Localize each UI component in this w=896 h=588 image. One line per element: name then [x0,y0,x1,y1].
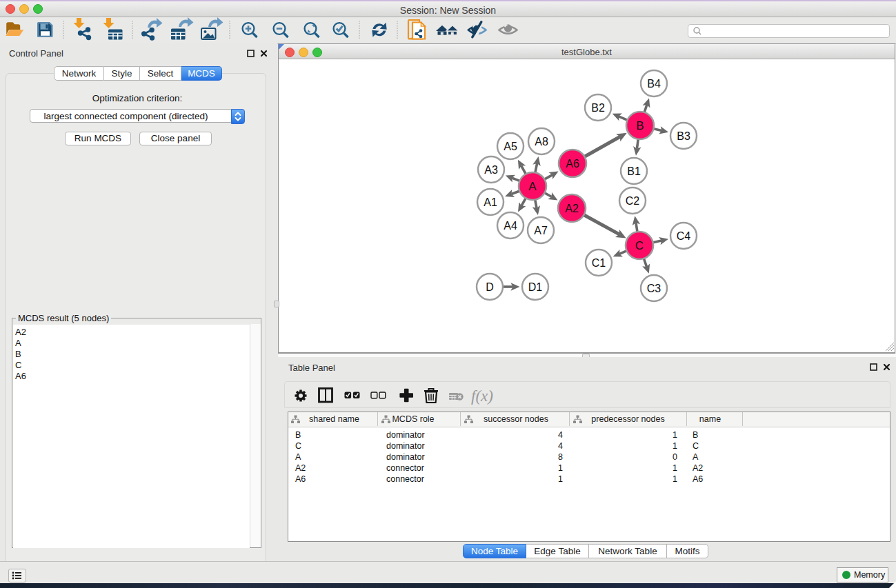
svg-text:D1: D1 [528,281,543,293]
svg-text:C: C [635,239,644,252]
svg-text:A5: A5 [504,141,517,152]
svg-text:B3: B3 [677,130,690,142]
svg-text:A3: A3 [484,164,498,176]
svg-text:B: B [636,119,644,132]
svg-text:B1: B1 [627,165,641,177]
svg-text:B4: B4 [647,78,661,90]
svg-text:A1: A1 [484,196,497,208]
svg-text:f(x): f(x) [471,387,493,405]
svg-text:C2: C2 [626,195,640,207]
svg-text:A: A [528,180,537,193]
svg-text:D: D [486,281,494,293]
svg-text:C4: C4 [677,230,691,242]
svg-text:B2: B2 [591,102,605,114]
svg-text:A6: A6 [566,158,579,170]
svg-text:A7: A7 [534,225,548,236]
svg-text:A8: A8 [535,136,548,148]
svg-text:C3: C3 [647,283,661,294]
svg-text:A2: A2 [565,203,579,214]
svg-text:A4: A4 [504,220,517,232]
svg-text:C1: C1 [592,257,606,269]
